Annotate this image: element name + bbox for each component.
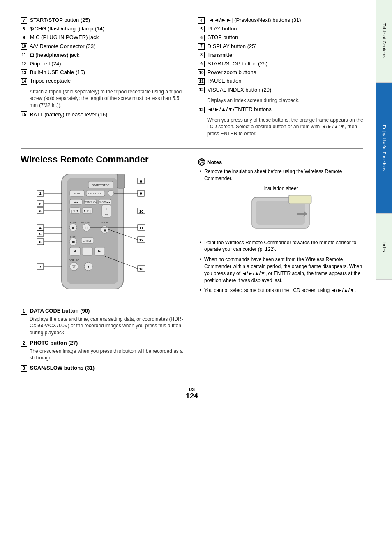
list-item: 14 Tripod receptacle [21, 77, 186, 85]
left-item-15: 15 BATT (battery) release lever (16) [21, 111, 186, 118]
list-item: 8 Transmitter [198, 51, 363, 59]
svg-text:8: 8 [140, 179, 142, 183]
insulation-label: Insulation sheet [198, 185, 363, 191]
svg-text:11: 11 [139, 226, 143, 230]
list-item: 15 BATT (battery) release lever (16) [21, 111, 186, 118]
item-text-13: Built-in USB Cable (15) [30, 69, 85, 75]
svg-text:VISUAL: VISUAL [100, 221, 109, 224]
svg-text:⏸: ⏸ [85, 226, 88, 230]
svg-text:START/STOP: START/STOP [92, 184, 110, 187]
svg-text:▣: ▣ [104, 229, 106, 232]
svg-text:⏹: ⏹ [71, 240, 75, 244]
note-item-1: Remove the insulation sheet before using… [198, 168, 363, 182]
svg-text:PLAY: PLAY [70, 221, 76, 224]
svg-text:►: ► [97, 249, 101, 253]
item-rtext-5: PLAY button [208, 25, 237, 32]
insulation-diagram [244, 193, 318, 234]
svg-text:T: T [106, 207, 108, 210]
item-1-desc: Displays the date and time, camera setti… [30, 316, 186, 336]
sidebar-tab-toc[interactable]: Table of Contents [376, 0, 392, 82]
notes-icon: Ⓒ [198, 158, 205, 166]
svg-text:►►|: ►►| [83, 209, 91, 213]
note-item-3: When no commands have been sent from the… [198, 256, 363, 284]
list-item: 10 Power zoom buttons [198, 69, 363, 76]
svg-text:W: W [105, 213, 108, 216]
list-item: 8 $/CHG (flash/charge) lamp (14) [21, 25, 186, 32]
item-rtext-6: STOP button [208, 34, 238, 40]
svg-text:DATA/CODE: DATA/CODE [88, 192, 102, 195]
list-item: 4 |◄◄/►►| (Previous/Next) buttons (31) [198, 16, 363, 24]
item-rtext-12: VISUAL INDEX button (29) [208, 87, 272, 93]
note-item-2: Point the Wireless Remote Commander towa… [198, 239, 363, 253]
item-text-11: Ω (headphones) jack [30, 52, 80, 58]
item-2-desc: The on-screen image when you press this … [30, 348, 186, 362]
svg-point-8 [108, 190, 114, 196]
item-text-15: BATT (battery) release lever (16) [30, 111, 108, 118]
svg-text:▽: ▽ [72, 264, 76, 269]
list-item: 9 MIC (PLUG IN POWER) jack [21, 34, 186, 41]
svg-text:10: 10 [139, 209, 143, 213]
list-item: 13 ◄/►/▲/▼/ENTER buttons [198, 106, 363, 113]
list-item: 7 DISPLAY button (25) [198, 43, 363, 50]
svg-text:5: 5 [39, 232, 41, 236]
svg-text:◄: ◄ [73, 249, 77, 253]
list-item: 6 STOP button [198, 34, 363, 41]
list-item: 10 A/V Remote Connector (33) [21, 43, 186, 50]
item-num-15: 15 [21, 111, 27, 118]
item-rnum-4: 4 [198, 17, 205, 24]
list-item: 13 Built-in USB Cable (15) [21, 69, 186, 76]
item-rnum-11: 11 [198, 78, 205, 85]
item-text-14: Tripod receptacle [30, 78, 71, 84]
page-number: US 124 [21, 387, 363, 401]
item-rnum-7: 7 [198, 43, 205, 50]
svg-rect-38 [82, 247, 92, 255]
item-rnum-13: 13 [198, 107, 205, 113]
svg-text:▼: ▼ [86, 264, 90, 269]
svg-text:13: 13 [139, 267, 143, 271]
svg-text:SCAN/SLOW: SCAN/SLOW [83, 201, 97, 204]
enter-desc: When you press any of these buttons, the… [207, 117, 363, 137]
svg-rect-88 [289, 195, 311, 204]
list-item: 11 PAUSE button [198, 77, 363, 85]
sidebar-tab-index[interactable]: Index [376, 214, 392, 280]
item-num-9: 9 [21, 35, 27, 41]
item-rtext-7: DISPLAY button (25) [208, 43, 257, 49]
sidebar-tab-toc-label: Table of Contents [382, 23, 387, 59]
item-num-7: 7 [21, 17, 27, 24]
item-rtext-11: PAUSE button [208, 78, 242, 84]
svg-text:PAUSE: PAUSE [81, 221, 90, 224]
item-text-8: $/CHG (flash/charge) lamp (14) [30, 25, 104, 32]
svg-text:|◄◄: |◄◄ [71, 209, 78, 213]
svg-text:PHOTO: PHOTO [72, 192, 81, 195]
remote-diagram: START/STOP PHOTO DATA/CODE ◄◄ SCAN/SLOW [21, 170, 160, 301]
item-rnum-6: 6 [198, 35, 205, 41]
item-rnum-12: 12 [198, 87, 205, 93]
svg-text:3: 3 [39, 209, 41, 213]
svg-rect-46 [117, 174, 125, 188]
item-text-12: Grip belt (24) [30, 60, 61, 67]
sidebar-tab-index-label: Index [382, 241, 387, 252]
item-1-title: 1 DATA CODE button (90) [21, 308, 186, 315]
notes-title: Ⓒ Notes [198, 158, 363, 166]
list-item: 11 Ω (headphones) jack [21, 51, 186, 59]
svg-text:◄◄: ◄◄ [74, 201, 78, 204]
svg-text:▶: ▶ [72, 226, 75, 230]
section-divider [21, 148, 363, 149]
item-num-14: 14 [21, 78, 27, 85]
notes-section: Ⓒ Notes Remove the insulation sheet befo… [198, 158, 363, 294]
item-rnum-5: 5 [198, 26, 205, 32]
left-items-list: 7 START/STOP button (25) 8 $/CHG (flash/… [21, 16, 186, 85]
item-rtext-9: START/STOP button (25) [208, 60, 267, 67]
item-num-10: 10 [21, 43, 27, 50]
item-num-11: 11 [21, 52, 27, 58]
right-items-list: 4 |◄◄/►►| (Previous/Next) buttons (31) 5… [198, 16, 363, 94]
svg-text:6: 6 [39, 240, 41, 244]
sidebar-tab-enjoy[interactable]: Enjoy Useful Functions [376, 82, 392, 214]
item-rtext-4: |◄◄/►►| (Previous/Next) buttons (31) [208, 17, 301, 23]
item-text-9: MIC (PLUG IN POWER) jack [30, 34, 99, 40]
item-rnum-8: 8 [198, 52, 205, 58]
wireless-section-title: Wireless Remote Commander [21, 154, 186, 165]
svg-text:4: 4 [39, 226, 41, 230]
item-rtext-8: Transmitter [207, 52, 234, 58]
svg-text:12: 12 [139, 238, 143, 242]
